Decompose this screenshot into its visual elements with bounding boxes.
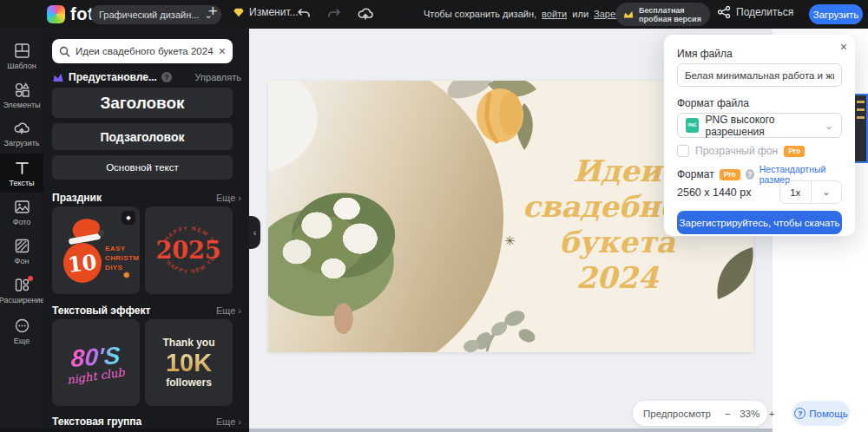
upgrade-button[interactable]: Изменит... [233,6,299,18]
sage-plant-illustration[interactable] [461,301,541,352]
more-link[interactable]: Еще› [216,193,241,203]
undo-button[interactable] [293,6,312,23]
size-section-label: Формат [677,168,714,180]
question-icon[interactable]: ? [161,72,172,82]
sidebar-label: Еще [14,337,30,345]
undo-icon [295,7,311,21]
help-button[interactable]: ? Помощь [792,401,850,426]
size-value: 2560 x 1440 px [677,187,752,199]
preview-button[interactable]: Предпросмотр [643,409,711,419]
zoom-in-button[interactable]: + [769,409,775,419]
cloud-upload-button[interactable] [356,6,375,23]
sidebar-item-texts[interactable]: Тексты [0,154,43,193]
add-body-text-button[interactable]: Основной текст [52,155,233,180]
left-rail: Шаблон Элементы Загрузить Тексты Фото Фо… [0,29,43,432]
collapse-panel-handle[interactable]: ‹ [249,216,260,249]
sidebar-item-extensions[interactable]: Расширение [0,271,43,310]
chevron-right-icon: › [238,416,241,427]
template-icon [14,43,30,59]
more-link[interactable]: Еще› [216,305,241,316]
olive-leaf-illustration[interactable] [713,245,753,303]
manage-link[interactable]: Управлять [195,72,241,82]
more-link[interactable]: Еще› [216,416,241,427]
question-icon: ? [794,408,806,419]
tulip-illustration[interactable] [464,81,540,157]
template-card-80s[interactable]: 80'S night club [52,319,140,406]
sidebar-label: Расширение [0,296,44,304]
sidebar-item-elements[interactable]: Элементы [0,75,43,115]
fotor-editor: fotor Графический дизайн... ⌄ + Изменит.… [0,0,868,432]
template-card-newyear[interactable]: HAPPY NEW YEAR HAPPY NEW YEAR 2025 [145,206,233,294]
newyear-art: HAPPY NEW YEAR HAPPY NEW YEAR 2025 [145,206,233,294]
file-format-select[interactable]: PNG PNG высокого разрешения ⌄ [677,113,842,138]
sidebar-label: Тексты [9,179,34,187]
add-heading-button[interactable]: Заголовок [52,88,233,118]
transparent-bg-row: Прозрачный фон Pro [677,145,805,157]
upload-icon [13,121,30,136]
help-label: Помощь [809,409,847,419]
free-trial-button[interactable]: Бесплатная пробная версия [615,3,710,26]
topbar: fotor Графический дизайн... ⌄ + Изменит.… [0,0,868,29]
or-text: или [572,9,589,19]
template-card-christmas[interactable]: ◆ 10 EASY CHRISTMAS DIYS ✹ [52,206,140,294]
sparkle-icon[interactable]: ✳ [504,233,516,249]
search-input[interactable] [76,46,214,56]
transparent-bg-checkbox[interactable] [677,145,689,157]
download-dialog: × Имя файла Формат файла PNG PNG высоког… [664,35,855,236]
section-holiday: Праздник Еще› [52,192,241,204]
background-icon [14,238,30,254]
bottom-edge-dark [0,429,249,432]
clear-search-icon[interactable]: × [219,44,226,58]
chevron-down-icon: ⌄ [825,120,833,132]
share-button[interactable]: Поделиться [717,5,793,19]
section-text-effect: Текстовый эффект Еще› [52,304,241,317]
sidebar-label: Элементы [3,101,40,109]
file-format-value: PNG высокого разрешения [706,114,818,138]
file-format-label: Формат файла [677,97,749,109]
elements-icon [14,82,30,98]
login-link[interactable]: войти [542,9,567,19]
template-card-10k[interactable]: Thank you 10K followers [145,319,233,406]
chevron-down-icon: ⌄ [812,187,842,198]
download-button[interactable]: Загрузить [809,4,863,24]
file-name-label: Имя файла [677,48,733,60]
redo-button[interactable] [326,6,345,23]
zoom-value[interactable]: 33% [738,409,762,419]
christmas-text: EASY CHRISTMAS DIYS [105,244,140,272]
zoom-out-button[interactable]: − [725,409,731,419]
sidebar-item-templates[interactable]: Шаблон [0,36,43,75]
search-box[interactable]: × [52,39,233,63]
new-design-button[interactable]: + [208,3,218,21]
presets-title: Предустановле... [69,71,157,83]
multiplier-value: 1x [780,187,811,198]
share-label: Поделиться [736,6,793,18]
file-name-field[interactable] [677,63,842,87]
question-icon[interactable]: ? [746,169,754,180]
section-text-group: Текстовая группа Еще› [52,416,241,428]
sidebar-label: Фото [13,218,31,226]
texts-panel: × Предустановле... ? Управлять Заголовок… [43,29,249,429]
more-icon [14,317,30,334]
design-type-label: Графический дизайн... [99,10,199,20]
redo-icon [327,7,343,21]
zoom-control: Предпросмотр − 33% + [633,401,767,426]
pro-badge: Pro [784,146,805,157]
sidebar-label: Фон [15,257,30,265]
gem-icon [233,6,245,18]
trial-line1: Бесплатная [639,6,685,15]
multiplier-dropdown[interactable]: 1x ⌄ [779,180,842,204]
png-file-icon: PNG [686,118,699,133]
section-title: Текстовый эффект [52,304,150,317]
christmas-number: 10 [63,243,102,283]
thankyou-line2: 10K [166,350,212,376]
sidebar-item-background[interactable]: Фон [0,232,43,271]
sidebar-item-upload[interactable]: Загрузить [0,115,43,154]
sidebar-item-more[interactable]: Еще [0,311,43,350]
register-to-download-button[interactable]: Зарегистрируйтесь, чтобы скачать [677,211,842,234]
add-subheading-button[interactable]: Подзаголовок [52,123,233,150]
trial-line2: пробная версия [639,15,701,23]
close-icon[interactable]: × [840,40,847,54]
share-icon [717,5,731,19]
sidebar-item-photos[interactable]: Фото [0,193,43,232]
design-type-dropdown[interactable]: Графический дизайн... ⌄ [90,5,221,24]
